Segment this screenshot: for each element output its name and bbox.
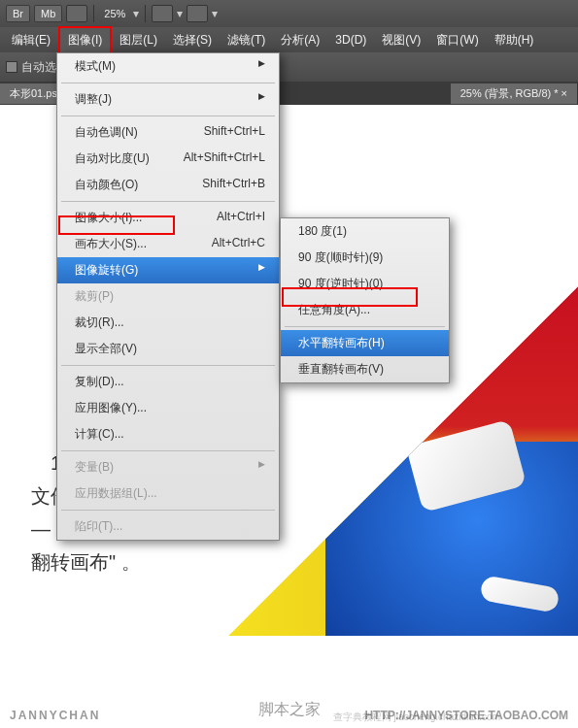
watermark-secondary: 查字典教程网 jiaocheng.chazidian.com	[333, 711, 500, 724]
zoom-level[interactable]: 25%	[104, 8, 125, 19]
image-menu-item[interactable]: 画布大小(S)...Alt+Ctrl+C	[57, 231, 279, 257]
chevron-down-icon[interactable]: ▾	[177, 7, 183, 20]
chevron-down-icon[interactable]: ▾	[133, 7, 139, 20]
image-menu-item[interactable]: 变量(B)▶	[57, 454, 279, 480]
rotate-menu-item[interactable]: 90 度(顺时针)(9)	[281, 245, 449, 271]
image-menu-dropdown: 模式(M)▶调整(J)▶自动色调(N)Shift+Ctrl+L自动对比度(U)A…	[56, 52, 280, 541]
author-name: JANNYCHAN	[10, 709, 100, 722]
image-menu-item[interactable]: 裁剪(P)	[57, 283, 279, 310]
rotate-menu-item[interactable]: 180 度(1)	[281, 218, 449, 245]
image-menu-item[interactable]: 图像旋转(G)▶	[57, 257, 279, 283]
menu-view[interactable]: 视图(V)	[374, 28, 428, 52]
checkbox-icon	[6, 61, 17, 73]
highlight-box-flip	[282, 287, 418, 307]
watermark: 脚本之家	[258, 700, 321, 720]
image-menu-item[interactable]: 模式(M)▶	[57, 53, 279, 80]
image-menu-item[interactable]: 自动颜色(O)Shift+Ctrl+B	[57, 172, 279, 198]
rotate-menu-item[interactable]: 水平翻转画布(H)	[281, 330, 449, 356]
menu-image[interactable]: 图像(I)	[58, 26, 112, 54]
menu-analysis[interactable]: 分析(A)	[273, 28, 327, 52]
image-menu-item[interactable]: 自动对比度(U)Alt+Shift+Ctrl+L	[57, 146, 279, 172]
menu-edit[interactable]: 编辑(E)	[4, 28, 58, 52]
image-menu-item[interactable]: 显示全部(V)	[57, 336, 279, 362]
tab-document-right[interactable]: 25% (背景, RGB/8) * ×	[451, 83, 578, 104]
autoselect-label: 自动选	[21, 59, 56, 76]
image-menu-item[interactable]: 调整(J)▶	[57, 86, 279, 113]
chevron-down-icon[interactable]: ▾	[212, 7, 218, 20]
autoselect-checkbox[interactable]: 自动选	[6, 59, 56, 76]
arrange-icon[interactable]	[152, 5, 173, 22]
image-menu-item[interactable]: 裁切(R)...	[57, 310, 279, 336]
menu-select[interactable]: 选择(S)	[165, 28, 220, 52]
rotate-menu-item[interactable]: 垂直翻转画布(V)	[281, 356, 449, 382]
image-menu-item[interactable]: 复制(D)...	[57, 369, 279, 395]
image-menu-item[interactable]: 陷印(T)...	[57, 513, 279, 540]
image-menu-item[interactable]: 计算(C)...	[57, 421, 279, 447]
screenmode2-icon[interactable]	[187, 5, 208, 22]
mb-button[interactable]: Mb	[34, 5, 62, 22]
menu-layer[interactable]: 图层(L)	[112, 28, 165, 52]
image-menu-item[interactable]: 应用数据组(L)...	[57, 480, 279, 507]
menubar: 编辑(E) 图像(I) 图层(L) 选择(S) 滤镜(T) 分析(A) 3D(D…	[0, 27, 578, 52]
image-menu-item[interactable]: 自动色调(N)Shift+Ctrl+L	[57, 119, 279, 146]
bridge-button[interactable]: Br	[6, 5, 30, 22]
menu-filter[interactable]: 滤镜(T)	[220, 28, 273, 52]
menu-window[interactable]: 窗口(W)	[428, 28, 486, 52]
app-toolbar: Br Mb 25% ▾ ▾ ▾	[0, 0, 578, 27]
menu-help[interactable]: 帮助(H)	[487, 28, 542, 52]
screen-mode-icon[interactable]	[66, 5, 87, 22]
image-menu-item[interactable]: 应用图像(Y)...	[57, 395, 279, 421]
menu-3d[interactable]: 3D(D)	[327, 29, 374, 50]
highlight-box-rotate	[58, 215, 175, 235]
